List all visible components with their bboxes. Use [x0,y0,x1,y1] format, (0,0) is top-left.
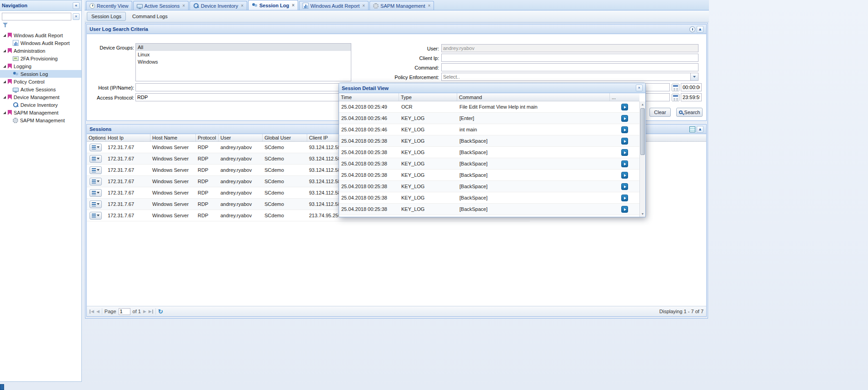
nav-search-input[interactable] [2,13,71,20]
tab-close-icon[interactable]: × [292,3,294,8]
clear-search-button[interactable]: × [73,13,80,20]
dialog-table-row[interactable]: 25.04.2018 00:25:38KEY_LOG[BackSpace] [339,170,639,181]
column-header-host-name[interactable]: Host Name [150,134,196,141]
play-recording-button[interactable] [621,160,628,167]
bottom-left-panel-chip[interactable] [0,384,4,390]
tree-node-2fa-provisioning[interactable]: 2FA Provisioning [0,55,81,62]
play-recording-button[interactable] [621,149,628,156]
scrollbar-thumb[interactable] [640,108,645,155]
row-options-button[interactable] [90,178,102,185]
play-recording-button[interactable] [621,172,628,179]
column-header-global-user[interactable]: Global User [263,134,307,141]
column-header-user[interactable]: User [219,134,263,141]
page-number-input[interactable] [119,308,130,315]
tree-node-sapm-management[interactable]: SAPM Management [0,116,81,124]
host-input[interactable] [135,83,351,91]
expander-icon[interactable] [3,111,6,114]
row-options-button[interactable] [90,200,102,208]
tab-close-icon[interactable]: × [182,4,185,8]
play-recording-button[interactable] [621,195,628,201]
scroll-up-icon[interactable]: ▲ [640,101,645,107]
first-page-button[interactable]: ◀ [90,310,94,314]
play-recording-button[interactable] [621,206,628,213]
dialog-scrollbar[interactable]: ▲ ▼ [639,101,645,217]
dialog-table-row[interactable]: 25.04.2018 00:25:46KEY_LOG[Enter] [339,113,639,124]
dialog-table-row[interactable]: 25.04.2018 00:25:38KEY_LOG[BackSpace] [339,135,639,147]
access-protocol-input[interactable] [135,93,351,101]
row-options-button[interactable] [90,189,102,197]
tab-device-inventory[interactable]: Device Inventory× [190,1,247,10]
clear-button[interactable]: Clear [649,108,671,117]
tab-active-sessions[interactable]: Active Sessions× [133,1,189,10]
calendar-from-icon[interactable] [672,84,679,91]
next-page-button[interactable]: ▶ [143,310,146,314]
device-group-option-linux[interactable]: Linux [136,51,351,58]
column-header-options[interactable]: Options [87,134,106,141]
search-button[interactable]: Search [676,108,703,117]
play-recording-button[interactable] [621,126,628,133]
play-recording-button[interactable] [621,115,628,122]
tree-node-session-log[interactable]: Session Log [0,70,81,78]
tab-close-icon[interactable]: × [428,4,431,8]
tree-node-policy-control[interactable]: Policy Control [0,78,81,85]
dialog-column-header-type[interactable]: Type [399,93,457,101]
tab-session-log[interactable]: Session Log× [248,0,298,10]
clock-tool-icon[interactable] [689,26,695,32]
row-options-button[interactable] [90,155,102,163]
subtab-command-logs[interactable]: Command Logs [128,12,172,21]
row-options-button[interactable] [90,212,102,220]
chevron-down-icon[interactable] [690,73,698,80]
expander-icon[interactable] [3,50,6,52]
client-ip-input[interactable] [441,54,698,62]
expander-icon[interactable] [3,96,6,99]
calendar-to-icon[interactable] [672,94,679,101]
grid-tool-icon[interactable] [689,126,695,132]
time-from-input[interactable] [681,83,702,91]
expander-icon[interactable] [3,34,6,37]
tab-recently-view[interactable]: Recently View [86,1,132,10]
collapse-criteria-button[interactable]: ▲ [697,26,703,33]
last-page-button[interactable]: ▶ [149,310,153,314]
device-group-option-windows[interactable]: Windows [136,58,351,65]
row-options-button[interactable] [90,166,102,174]
dialog-table-row[interactable]: 25.04.2018 00:25:38KEY_LOG[BackSpace] [339,204,639,215]
collapse-sessions-button[interactable]: ▲ [697,126,703,133]
device-group-option-all[interactable]: All [136,44,351,51]
collapse-sidebar-button[interactable]: « [73,2,80,9]
dialog-column-header-command[interactable]: Command [457,93,610,101]
tree-node-device-management[interactable]: Device Management [0,93,81,101]
tab-sapm-management[interactable]: SAPM Management× [369,1,434,10]
tree-node-windows-audit-report[interactable]: Windows Audit Report [0,39,81,47]
dialog-column-header-time[interactable]: Time [339,93,399,101]
prev-page-button[interactable]: ◀ [96,310,100,314]
subtab-session-logs[interactable]: Session Logs [87,12,126,21]
play-recording-button[interactable] [621,183,628,190]
policy-enforcement-input[interactable] [441,73,698,81]
policy-enforcement-select[interactable] [441,73,698,81]
dialog-table-row[interactable]: 25.04.2018 00:25:49OCRFile Edit Format V… [339,101,639,113]
dialog-table-row[interactable]: 25.04.2018 00:25:38KEY_LOG[BackSpace] [339,181,639,192]
tab-close-icon[interactable]: × [241,4,244,8]
tree-node-sapm-management[interactable]: SAPM Management [0,109,81,116]
user-input[interactable] [441,44,698,52]
row-options-button[interactable] [90,144,102,151]
refresh-icon[interactable]: ↻ [158,309,163,315]
command-input[interactable] [441,63,698,71]
tab-windows-audit-report[interactable]: Windows Audit Report× [299,1,369,10]
filter-icon[interactable] [3,23,8,27]
dialog-table-row[interactable]: 25.04.2018 00:25:38KEY_LOG[BackSpace] [339,147,639,158]
expander-icon[interactable] [3,65,6,68]
dialog-table-row[interactable]: 25.04.2018 00:25:46KEY_LOGint main [339,124,639,135]
play-recording-button[interactable] [621,104,628,110]
dialog-titlebar[interactable]: Session Detail View × [339,83,645,93]
dialog-table-row[interactable]: 25.04.2018 00:25:38KEY_LOG[BackSpace] [339,215,639,217]
tab-close-icon[interactable]: × [362,4,365,8]
expander-icon[interactable] [3,80,6,83]
tree-node-active-sessions[interactable]: Active Sessions [0,85,81,93]
dialog-table-row[interactable]: 25.04.2018 00:25:38KEY_LOG[BackSpace] [339,192,639,204]
column-header-host-ip[interactable]: Host Ip [106,134,150,141]
tree-node-administration[interactable]: Administration [0,47,81,55]
play-recording-button[interactable] [621,138,628,145]
tree-node-windows-audit-report[interactable]: Windows Audit Report [0,31,81,39]
time-to-input[interactable] [681,93,702,101]
